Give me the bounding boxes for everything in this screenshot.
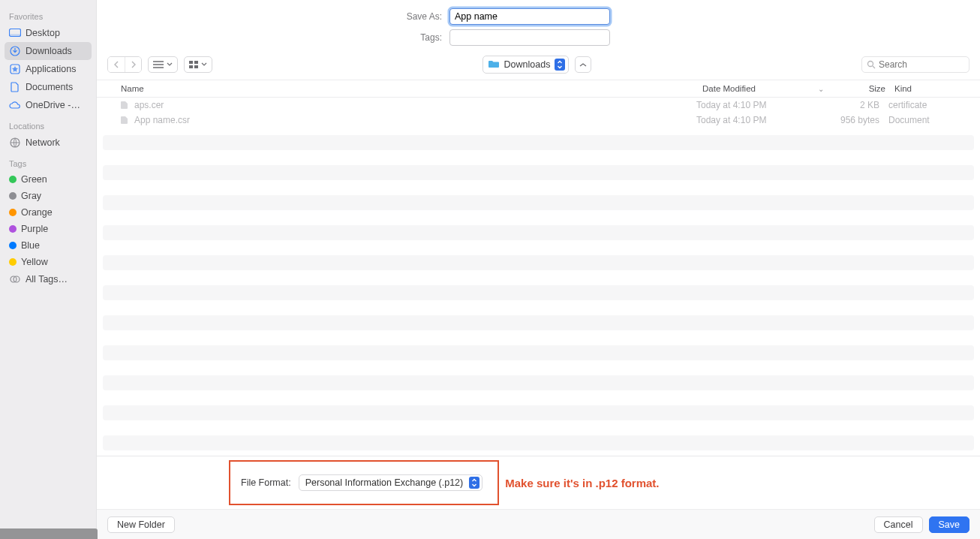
file-format-select[interactable]: Personal Information Exchange (.p12) (299, 474, 483, 491)
sidebar-tag-yellow[interactable]: Yellow (5, 254, 92, 270)
tag-dot-icon (9, 176, 17, 183)
file-date: Today at 4:10 PM (696, 100, 822, 110)
sidebar-item-applications[interactable]: Applications (5, 60, 92, 78)
view-list-button[interactable] (148, 56, 178, 73)
sidebar-item-desktop[interactable]: Desktop (5, 24, 92, 42)
desktop-icon (9, 27, 21, 39)
list-stripe (103, 255, 974, 270)
column-kind[interactable]: Kind (894, 84, 980, 93)
actions-row: New Folder Cancel Save (97, 509, 980, 539)
list-stripe (103, 225, 974, 240)
chevron-down-icon: ⌄ (818, 85, 824, 93)
sidebar-heading-locations: Locations (5, 114, 92, 134)
svg-point-11 (868, 62, 873, 67)
cancel-label: Cancel (884, 519, 913, 530)
view-grid-button[interactable] (184, 56, 212, 73)
list-stripe (103, 405, 974, 420)
list-stripe (103, 450, 974, 456)
grid-view-icon (189, 61, 198, 68)
cloud-icon (9, 99, 21, 111)
new-folder-button[interactable]: New Folder (107, 516, 175, 533)
save-as-input[interactable] (449, 8, 610, 25)
forward-button[interactable] (125, 57, 141, 72)
search-icon (867, 60, 876, 69)
location-popup[interactable]: Downloads (482, 56, 570, 74)
svg-rect-8 (194, 61, 198, 64)
list-stripe (103, 375, 974, 390)
svg-rect-9 (189, 65, 193, 68)
list-stripe (103, 135, 974, 150)
list-stripe (103, 420, 974, 435)
file-name: aps.cer (134, 100, 164, 110)
sidebar-item-label: Documents (26, 82, 73, 92)
list-stripe (103, 270, 974, 285)
search-input[interactable] (879, 59, 964, 70)
list-stripe (103, 165, 974, 180)
sidebar-item-label: Applications (26, 64, 76, 74)
top-fields: Save As: Tags: (97, 0, 980, 51)
annotation-text: Make sure it's in .p12 format. (505, 477, 659, 489)
list-stripe (103, 150, 974, 165)
file-row[interactable]: App name.csrToday at 4:10 PM956 bytesDoc… (103, 113, 974, 128)
sidebar-item-label: Downloads (26, 46, 72, 56)
sidebar-item-label: Orange (21, 207, 53, 218)
sidebar-tag-purple[interactable]: Purple (5, 221, 92, 237)
list-stripe (103, 285, 974, 300)
svg-rect-10 (194, 65, 198, 68)
sidebar-item-network[interactable]: Network (5, 134, 92, 152)
list-stripe (103, 390, 974, 405)
list-view-icon (153, 61, 164, 68)
svg-rect-7 (189, 61, 193, 64)
sidebar-item-label: OneDrive -… (26, 100, 80, 110)
sidebar-item-onedrive[interactable]: OneDrive -… (5, 96, 92, 114)
sidebar-item-label: Desktop (26, 28, 60, 38)
sidebar-tag-blue[interactable]: Blue (5, 237, 92, 254)
list-stripe (103, 330, 974, 345)
sidebar-item-downloads[interactable]: Downloads (5, 42, 92, 60)
folder-icon (488, 59, 500, 70)
sidebar-tag-orange[interactable]: Orange (5, 204, 92, 221)
list-stripe (103, 345, 974, 360)
cancel-button[interactable]: Cancel (874, 516, 923, 533)
column-date[interactable]: Date Modified ⌄ (702, 84, 828, 93)
sidebar-item-all-tags[interactable]: All Tags… (5, 270, 92, 288)
file-size: 2 KB (822, 100, 888, 110)
file-format-value: Personal Information Exchange (.p12) (305, 477, 464, 488)
column-kind-label: Kind (894, 84, 912, 93)
sidebar-heading-tags: Tags (5, 152, 92, 171)
save-dialog: Save As: Tags: (96, 0, 980, 539)
chevron-down-icon (167, 62, 173, 67)
chevron-up-icon (579, 62, 587, 68)
svg-rect-1 (10, 35, 21, 37)
list-stripe (103, 195, 974, 210)
column-name[interactable]: Name (97, 84, 702, 93)
collapse-button[interactable] (575, 56, 591, 73)
save-button[interactable]: Save (929, 516, 970, 533)
tags-label: Tags: (97, 32, 442, 43)
sidebar-tag-gray[interactable]: Gray (5, 188, 92, 204)
chevron-down-icon (201, 62, 207, 67)
tag-dot-icon (9, 258, 17, 266)
list-header: Name Date Modified ⌄ Size Kind (97, 80, 980, 98)
file-size: 956 bytes (822, 115, 888, 125)
list-stripe (103, 315, 974, 330)
file-icon (121, 101, 130, 110)
column-size[interactable]: Size (828, 84, 894, 93)
sidebar-item-label: Gray (21, 191, 41, 201)
sidebar-item-documents[interactable]: Documents (5, 78, 92, 96)
window-shadow (0, 528, 98, 539)
search-field[interactable] (861, 56, 969, 73)
file-list: Name Date Modified ⌄ Size Kind aps.cerTo… (97, 80, 980, 456)
new-folder-label: New Folder (117, 519, 165, 530)
sidebar-item-label: Blue (21, 240, 40, 251)
tags-input[interactable] (449, 29, 610, 46)
back-button[interactable] (108, 57, 125, 72)
list-stripe (103, 300, 974, 315)
bottom-section: File Format: Personal Information Exchan… (97, 456, 980, 539)
documents-icon (9, 81, 21, 93)
file-row[interactable]: aps.cerToday at 4:10 PM2 KBcertificate (103, 98, 974, 113)
sidebar-tag-green[interactable]: Green (5, 171, 92, 188)
list-stripe (103, 240, 974, 255)
tag-dot-icon (9, 209, 17, 216)
sidebar-item-label: All Tags… (26, 274, 68, 285)
